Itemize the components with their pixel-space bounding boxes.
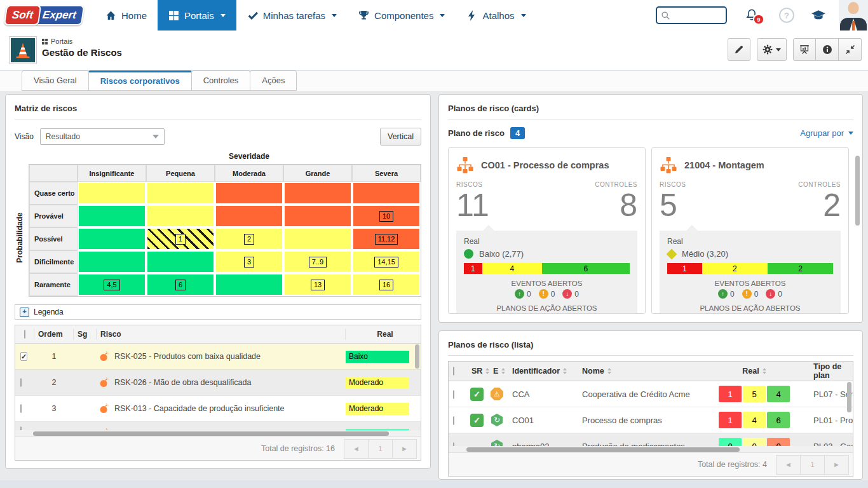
matrix-cell-badge[interactable]: 2 bbox=[244, 234, 254, 245]
vertical-button[interactable]: Vertical bbox=[380, 128, 421, 146]
scrollbar-thumb[interactable] bbox=[466, 447, 740, 452]
legend-toggle[interactable]: + Legenda bbox=[15, 304, 421, 320]
matrix-cell[interactable] bbox=[283, 205, 352, 227]
row-checkbox[interactable] bbox=[453, 416, 454, 425]
row-checkbox[interactable] bbox=[20, 404, 22, 413]
matrix-cell[interactable] bbox=[283, 227, 352, 250]
vertical-scrollbar[interactable] bbox=[855, 156, 860, 226]
breadcrumb[interactable]: Portais bbox=[42, 37, 72, 45]
plans-col-header-identificador[interactable]: Identificador bbox=[507, 367, 577, 376]
nav-item-componentes[interactable]: Componentes bbox=[348, 0, 456, 30]
collapse-button[interactable] bbox=[839, 38, 862, 61]
risco-cell[interactable]: RSK-013 - Capacidade de produção insufic… bbox=[97, 403, 346, 414]
scrollbar-thumb[interactable] bbox=[33, 431, 389, 436]
matrix-cell[interactable] bbox=[352, 182, 421, 205]
risk-col-header-ordem[interactable]: Ordem bbox=[34, 329, 74, 340]
risk-plan-card[interactable]: CO01 - Processo de comprasRISCOSCONTROLE… bbox=[448, 147, 646, 314]
matrix-cell-badge[interactable]: 16 bbox=[379, 280, 393, 290]
select-all-checkbox[interactable] bbox=[453, 367, 454, 376]
matrix-cell[interactable]: 1 bbox=[146, 227, 215, 250]
nav-item-home[interactable]: Home bbox=[95, 0, 158, 30]
matrix-cell[interactable]: 6 bbox=[146, 273, 215, 296]
next-page-button[interactable]: ► bbox=[392, 440, 416, 458]
current-page[interactable]: 1 bbox=[800, 456, 824, 474]
nav-item-minhas-tarefas[interactable]: Minhas tarefas bbox=[236, 0, 348, 30]
risco-cell[interactable]: RSK-026 - Mão de obra desqualificada bbox=[97, 377, 346, 388]
matrix-cell[interactable] bbox=[146, 250, 215, 273]
matrix-cell[interactable] bbox=[78, 205, 146, 227]
matrix-cell-badge[interactable]: 13 bbox=[311, 280, 325, 290]
tab-ações[interactable]: Ações bbox=[250, 71, 297, 91]
matrix-cell-badge[interactable]: 3 bbox=[244, 257, 254, 268]
matrix-cell[interactable]: 7..9 bbox=[283, 250, 352, 273]
table-row[interactable]: ✓↻CO01Processo de compras146PL01 - Proce bbox=[449, 407, 853, 433]
info-button[interactable] bbox=[816, 38, 839, 61]
prev-page-button[interactable]: ◄ bbox=[776, 456, 800, 474]
training-button[interactable] bbox=[811, 10, 826, 21]
vertical-scrollbar[interactable] bbox=[415, 344, 419, 369]
help-button[interactable]: ? bbox=[779, 8, 794, 23]
visao-select[interactable]: Resultado bbox=[40, 128, 165, 145]
risco-cell[interactable]: RSK-025 - Produtos com baixa qualidade bbox=[97, 351, 346, 362]
matrix-cell-badge[interactable]: 7..9 bbox=[309, 257, 327, 268]
matrix-cell-badge[interactable]: 14,15 bbox=[374, 257, 398, 268]
matrix-cell-badge[interactable]: 6 bbox=[175, 280, 186, 290]
matrix-cell[interactable]: 10 bbox=[352, 205, 421, 227]
tab-visão-geral[interactable]: Visão Geral bbox=[22, 71, 89, 91]
settings-button[interactable] bbox=[757, 38, 787, 61]
prev-page-button[interactable]: ◄ bbox=[344, 440, 368, 458]
matrix-cell-badge[interactable]: 10 bbox=[379, 211, 393, 222]
matrix-cell[interactable]: 14,15 bbox=[352, 250, 421, 273]
matrix-cell[interactable]: 4,5 bbox=[78, 273, 146, 296]
tab-controles[interactable]: Controles bbox=[191, 71, 251, 91]
presentation-button[interactable] bbox=[793, 38, 816, 61]
row-checkbox[interactable] bbox=[20, 426, 22, 430]
table-row-partial[interactable] bbox=[15, 422, 421, 430]
matrix-cell-badge[interactable]: 4,5 bbox=[104, 280, 119, 290]
matrix-cell[interactable] bbox=[146, 205, 215, 227]
risk-col-header-sg[interactable]: Sg bbox=[74, 329, 97, 340]
plans-col-header-real[interactable]: Real bbox=[700, 367, 808, 376]
risk-col-header-real[interactable]: Real bbox=[346, 329, 421, 340]
matrix-cell[interactable] bbox=[78, 182, 146, 205]
risk-plan-card[interactable]: 21004 - MontagemRISCOSCONTROLES52RealMéd… bbox=[651, 147, 849, 314]
risk-col-header-risco[interactable]: Risco bbox=[97, 329, 346, 340]
matrix-cell-badge[interactable]: 1 bbox=[175, 234, 186, 245]
table-row[interactable]: ✓⚠CCACooperativa de Crédito Acme154PL07 … bbox=[449, 381, 853, 407]
current-page[interactable]: 1 bbox=[368, 440, 392, 458]
matrix-cell[interactable]: 16 bbox=[352, 273, 421, 296]
table-row[interactable]: ✓1RSK-025 - Produtos com baixa qualidade… bbox=[15, 344, 421, 370]
softexpert-logo[interactable]: Soft Expert bbox=[4, 5, 85, 25]
matrix-cell[interactable]: 13 bbox=[283, 273, 352, 296]
row-checkbox[interactable]: ✓ bbox=[20, 352, 27, 361]
search-input[interactable] bbox=[656, 6, 727, 24]
tab-riscos-corporativos[interactable]: Riscos corporativos bbox=[88, 71, 192, 91]
matrix-cell[interactable]: 2 bbox=[215, 227, 283, 250]
matrix-cell[interactable] bbox=[146, 182, 215, 205]
notifications-button[interactable]: 9 bbox=[745, 8, 759, 22]
matrix-cell[interactable]: 3 bbox=[215, 250, 283, 273]
vertical-scrollbar[interactable] bbox=[847, 382, 851, 412]
plans-col-header-sr[interactable]: SR bbox=[466, 367, 488, 376]
matrix-cell[interactable]: 11,12 bbox=[352, 227, 421, 250]
edit-button[interactable] bbox=[728, 38, 750, 61]
table-row[interactable]: ↻pharma02Produção de medicamentos000PL03… bbox=[449, 433, 853, 446]
user-avatar[interactable] bbox=[839, 0, 868, 30]
matrix-cell[interactable] bbox=[78, 227, 146, 250]
next-page-button[interactable]: ► bbox=[824, 456, 848, 474]
select-all-checkbox[interactable] bbox=[24, 330, 25, 339]
matrix-cell[interactable] bbox=[215, 182, 283, 205]
plans-col-header-e[interactable]: E bbox=[488, 367, 507, 376]
table-row[interactable]: 2RSK-026 - Mão de obra desqualificadaMod… bbox=[15, 370, 421, 396]
nav-item-portais[interactable]: Portais bbox=[158, 0, 236, 30]
row-checkbox[interactable] bbox=[20, 378, 22, 387]
matrix-cell[interactable] bbox=[215, 273, 283, 296]
matrix-cell[interactable] bbox=[78, 250, 146, 273]
row-checkbox[interactable] bbox=[453, 442, 454, 447]
plans-col-header-nome[interactable]: Nome bbox=[577, 367, 700, 376]
matrix-cell-badge[interactable]: 11,12 bbox=[375, 234, 398, 245]
horizontal-scrollbar[interactable] bbox=[449, 446, 853, 452]
group-by-button[interactable]: Agrupar por bbox=[800, 128, 853, 138]
plans-col-header-tipo-de-plan[interactable]: Tipo de plan bbox=[808, 362, 853, 380]
horizontal-scrollbar[interactable] bbox=[15, 430, 421, 437]
